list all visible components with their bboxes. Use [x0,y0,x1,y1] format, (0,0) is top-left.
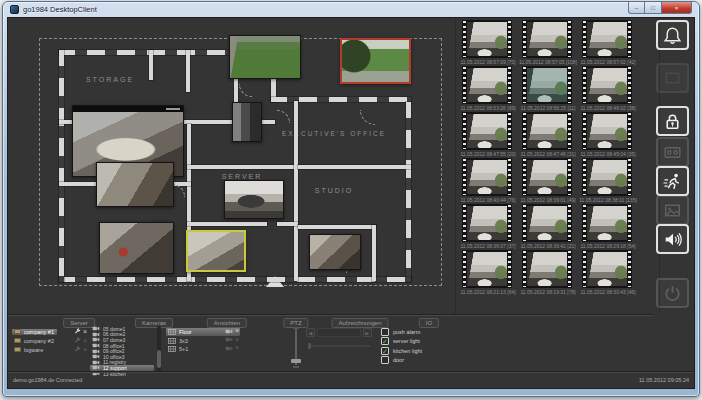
recording-thumbnail[interactable]: 11.05.2012 08:29:18 [54] [582,204,634,250]
motion-detection-button[interactable] [656,166,689,196]
recording-thumbnail[interactable]: 11.05.2012 08:57:09 [70] [462,20,514,66]
recording-thumbnail[interactable]: 11.05.2012 08:30:43 [46] [582,250,634,296]
checkbox[interactable]: ✓ [381,347,389,355]
film-strip [462,204,512,242]
previous-recording-button[interactable]: ◀ [306,328,315,337]
recording-thumbnail[interactable]: 11.05.2012 08:39:01 [49] [522,158,574,204]
camera-icon [92,360,100,365]
floorplan-camera-hall[interactable] [232,102,262,142]
room-label-storage: STORAGE [86,76,134,83]
recording-timestamp: 11.05.2012 08:46:02 [38] [578,105,638,111]
title-bar[interactable]: go1984 DesktopClient – □ × [3,2,699,17]
recording-frame [467,22,507,56]
wrench-icon[interactable] [74,346,81,353]
recording-date-field[interactable] [317,328,361,337]
floorplan-wall [372,225,376,281]
ptz-slider-thumb[interactable] [291,359,301,363]
close-button[interactable]: × [662,2,692,14]
wrench-icon[interactable] [74,337,81,344]
view-label: Floor [179,329,192,335]
recording-thumbnail[interactable]: 11.05.2012 08:53:26 [99] [462,66,514,112]
floorplan-wall [149,50,153,80]
checkbox[interactable]: ✓ [381,337,389,345]
io-switch-server-light[interactable]: ✓server light [381,337,420,346]
camera-icon[interactable] [225,346,233,351]
recording-thumbnail[interactable]: 11.05.2012 08:38:11 [135] [582,158,634,204]
recording-thumbnail[interactable]: 11.05.2012 08:46:02 [38] [582,66,634,112]
section-header-aufzeichnungen: Aufzeichnungen [331,318,388,328]
recording-thumbnail[interactable]: 11.05.2012 08:47:46 [31] [522,112,574,158]
recording-thumbnail[interactable]: 11.05.2012 08:57:02 [42] [582,20,634,66]
recording-thumbnail[interactable]: 11.05.2012 08:45:04 [35] [582,112,634,158]
floorplan-camera-office1[interactable] [96,162,174,207]
recording-frame [587,68,627,102]
io-switch-push-alarm[interactable]: push alarm [381,327,420,336]
lock-button[interactable] [656,106,689,136]
film-strip [522,20,572,58]
recording-timeline-thumb[interactable] [308,343,311,349]
checkbox[interactable] [381,356,389,364]
disconnect-icon[interactable]: × [83,329,87,335]
remove-view-icon[interactable]: × [235,345,239,351]
floorplan-wall [406,102,411,282]
recording-timestamp: 11.05.2012 08:47:46 [31] [518,151,578,157]
recording-thumbnail[interactable]: 11.05.2012 08:47:55 [20] [462,112,514,158]
film-strip [462,158,512,196]
recording-timestamp: 11.05.2012 08:56:25 [11] [518,105,578,111]
recording-thumbnail[interactable]: 11.05.2012 08:21:13 [64] [462,250,514,296]
view-list-item[interactable]: 3x3× [166,337,240,345]
film-strip [582,250,632,288]
camera-icon [92,354,100,359]
disconnect-icon[interactable]: × [83,338,87,344]
minimize-button[interactable]: – [628,2,645,14]
recording-thumbnail[interactable]: 11.05.2012 08:36:42 [21] [522,204,574,250]
connection-status: demo.go1984.de Connected [13,377,82,383]
server-tree-item[interactable]: company #2× [12,337,88,345]
floorplan-view[interactable]: STORAGE EXECUTIVE'S OFFICE SERVER STUDIO [34,26,449,292]
camera-icon [92,365,100,370]
server-tree-item[interactable]: company #1× [12,328,88,336]
wrench-icon[interactable] [74,328,81,335]
disconnect-icon[interactable]: × [83,347,87,353]
floorplan-wall [59,50,64,282]
recordings-cassette-button [656,137,689,167]
io-switch-door[interactable]: door [381,356,404,365]
recording-frame [467,206,507,240]
floorplan-wall [187,165,298,169]
grid-layout-icon [168,329,176,335]
view-list-item[interactable]: Floor× [166,328,240,336]
status-bar: demo.go1984.de Connected 11.05.2012 09:0… [8,371,694,388]
camera-icon[interactable] [225,329,233,334]
floorplan-wall [59,277,411,282]
bell-icon [662,25,683,46]
floorplan-camera-support[interactable] [186,230,246,272]
camera-icon[interactable] [225,337,233,342]
floorplan-wall [298,225,376,229]
camera-list-scrollbar[interactable] [157,326,161,372]
recording-thumbnail[interactable]: 11.05.2012 08:40:44 [76] [462,158,514,204]
view-list-item[interactable]: 5+1× [166,345,240,353]
remove-view-icon[interactable]: × [235,328,239,334]
audio-button[interactable] [656,224,689,254]
checkbox[interactable] [381,328,389,336]
recording-thumbnail[interactable]: 11.05.2012 08:56:25 [11] [522,66,574,112]
recording-thumbnail[interactable]: 11.05.2012 08:19:31 [78] [522,250,574,296]
server-tree-item[interactable]: logware× [12,346,88,354]
floorplan-camera-garden[interactable] [340,38,411,84]
floorplan-camera-office2[interactable] [99,222,174,274]
floorplan-camera-lawn[interactable] [229,35,301,79]
recording-frame [467,68,507,102]
film-strip [582,112,632,150]
client-area: STORAGE EXECUTIVE'S OFFICE SERVER STUDIO… [7,17,695,389]
bottom-panel: Server Kameras Ansichten PTZ Aufzeichnun… [8,314,652,375]
recording-timestamp: 11.05.2012 08:29:18 [54] [578,243,638,249]
alarm-bell-button[interactable] [656,20,689,50]
next-recording-button[interactable]: ▶ [363,328,372,337]
remove-view-icon[interactable]: × [235,337,239,343]
maximize-button[interactable]: □ [645,2,662,14]
io-switch-kitchen-light[interactable]: ✓kitchen light [381,346,422,355]
recording-thumbnail[interactable]: 11.05.2012 08:36:07 [37] [462,204,514,250]
floorplan-camera-server[interactable] [224,180,284,219]
floorplan-camera-studio[interactable] [309,234,361,270]
recording-thumbnail[interactable]: 11.05.2012 08:57:05 [108] [522,20,574,66]
